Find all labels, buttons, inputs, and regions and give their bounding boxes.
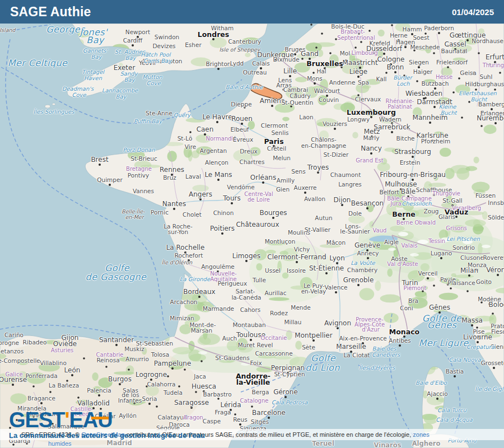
vegetation-patch: [398, 261, 416, 265]
city-dot: [230, 409, 232, 411]
vegetation-patch: [320, 79, 328, 91]
city-dot: [132, 44, 134, 46]
vegetation-patch: [424, 414, 438, 424]
city-dot: [49, 391, 52, 393]
city-dot: [362, 342, 364, 344]
city-dot: [366, 207, 368, 209]
city-dot: [71, 374, 73, 376]
vegetation-patch: [484, 125, 497, 134]
city-dot: [345, 59, 347, 62]
city-dot: [325, 272, 328, 274]
vegetation-patch: [380, 295, 401, 303]
vegetation-patch: [427, 395, 444, 405]
vegetation-patch: [367, 202, 374, 212]
vegetation-patch: [184, 146, 192, 158]
city-dot: [478, 52, 480, 54]
city-dot: [493, 367, 495, 369]
city-dot: [461, 116, 463, 119]
vegetation-patch: [119, 357, 136, 362]
city-dot: [368, 30, 371, 32]
city-dot: [418, 66, 420, 68]
city-dot: [189, 131, 192, 133]
city-dot: [357, 76, 360, 78]
city-dot: [217, 398, 220, 400]
city-dot: [198, 296, 200, 298]
city-dot: [438, 311, 441, 314]
city-dot: [468, 274, 470, 277]
city-dot: [195, 391, 197, 393]
city-dot: [184, 251, 186, 254]
city-dot: [119, 383, 121, 385]
city-dot: [268, 417, 270, 419]
vegetation-patch: [416, 291, 427, 302]
city-dot: [287, 372, 289, 374]
vegetation-patch: [434, 132, 444, 136]
vegetation-patch: [186, 314, 200, 322]
vegetation-patch: [76, 400, 90, 405]
city-dot: [115, 344, 118, 346]
vegetation-patch: [451, 273, 456, 277]
vegetation-patch: [233, 150, 252, 161]
logo-apostrophe: ': [64, 408, 69, 432]
humides-link[interactable]: humides: [48, 440, 72, 447]
city-dot: [289, 75, 291, 77]
city-dot: [482, 111, 484, 113]
city-dot: [357, 94, 360, 96]
city-dot: [178, 385, 180, 388]
city-dot: [326, 95, 328, 97]
vegetation-patch: [480, 333, 501, 338]
city-dot: [167, 375, 169, 377]
city-dot: [403, 335, 405, 338]
city-dot: [241, 123, 243, 125]
scilly-isles: [45, 105, 50, 108]
vegetation-patch: [478, 29, 484, 35]
city-dot: [69, 342, 71, 344]
vegetation-patch: [404, 210, 419, 217]
city-dot: [354, 46, 357, 49]
vegetation-patch: [269, 297, 290, 301]
city-dot: [294, 53, 296, 55]
city-dot: [340, 66, 343, 68]
vegetation-patch: [142, 347, 147, 355]
city-dot: [216, 121, 218, 123]
city-dot: [408, 91, 410, 94]
city-dot: [284, 396, 287, 398]
city-dot: [217, 68, 220, 70]
city-dot: [440, 257, 442, 259]
city-dot: [358, 32, 360, 35]
vegetation-patch: [423, 79, 436, 83]
vegetation-patch: [375, 281, 381, 291]
vegetation-patch: [300, 277, 312, 290]
page-title: SAGE Authie: [10, 4, 91, 20]
zones-link[interactable]: zones: [413, 431, 429, 438]
city-dot: [128, 368, 130, 371]
city-dot: [221, 232, 223, 235]
city-dot: [184, 368, 186, 371]
city-dot: [383, 53, 385, 55]
vegetation-patch: [266, 241, 286, 245]
vegetation-patch: [463, 211, 483, 216]
vegetation-patch: [256, 263, 262, 270]
city-dot: [146, 385, 148, 388]
city-dot: [451, 204, 454, 207]
city-dot: [422, 290, 424, 292]
city-dot: [12, 384, 14, 386]
vegetation-patch: [248, 120, 255, 129]
vegetation-patch: [141, 165, 161, 168]
vegetation-patch: [172, 347, 193, 354]
map-viewport[interactable]: t IslandGeorgesJones'BayNewportCardiffSw…: [0, 0, 504, 448]
city-dot: [304, 192, 306, 194]
city-dot: [150, 379, 152, 381]
vegetation-patch: [439, 293, 458, 300]
city-dot: [357, 284, 360, 286]
vegetation-patch: [191, 58, 211, 67]
city-dot: [296, 261, 298, 263]
city-dot: [454, 48, 456, 50]
vegetation-patch: [349, 53, 356, 63]
city-dot: [433, 284, 435, 287]
city-dot: [455, 216, 458, 218]
vegetation-patch: [479, 326, 499, 330]
vegetation-patch: [26, 372, 46, 384]
city-dot: [335, 291, 337, 293]
vegetation-patch: [464, 38, 479, 45]
